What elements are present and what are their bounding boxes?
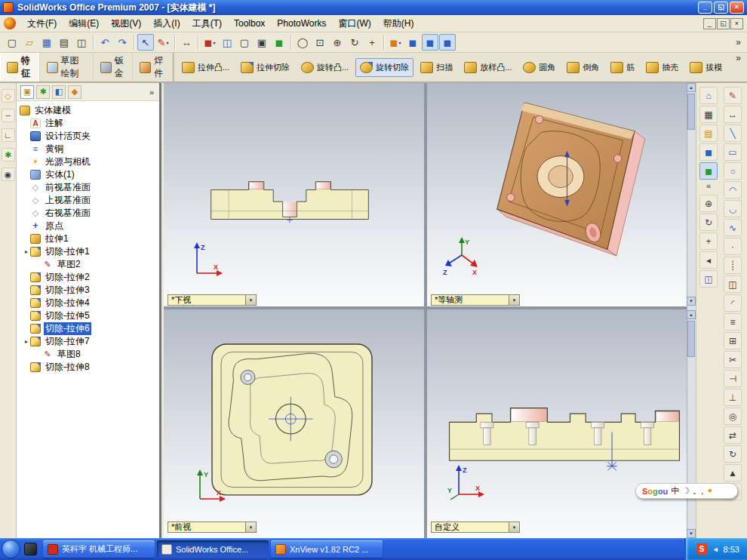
- tab-sheet-metal[interactable]: 钣金: [94, 53, 134, 82]
- print-preview-button[interactable]: ◫: [73, 34, 90, 51]
- model-section-bottom[interactable]: [208, 168, 372, 224]
- fillet-button[interactable]: 圆角: [518, 58, 560, 77]
- taskbar-item-solidworks[interactable]: SolidWorks Office...: [157, 540, 269, 558]
- tree-item-sketch2[interactable]: ✎草图2: [18, 258, 159, 271]
- tree-item-cut-extrude5[interactable]: 切除-拉伸5: [18, 309, 159, 322]
- panel-overflow-chevron[interactable]: »: [148, 88, 155, 97]
- tangent-arc-button[interactable]: ◡: [724, 200, 742, 217]
- hidden-lines-button[interactable]: ▣: [254, 34, 270, 51]
- section-button[interactable]: ◫: [699, 270, 718, 288]
- rotate-view-button[interactable]: ↻: [346, 34, 363, 51]
- toolbar-overflow-chevron[interactable]: »: [730, 37, 747, 48]
- tree-item-cut-extrude2[interactable]: 切除-拉伸2: [18, 271, 159, 284]
- minimize-button[interactable]: _: [698, 2, 712, 14]
- point-button[interactable]: ·: [724, 238, 742, 255]
- tree-item-cut-extrude8[interactable]: 切除-拉伸8: [18, 361, 159, 374]
- sweep-button[interactable]: 扫描: [416, 58, 457, 77]
- move-entities-button[interactable]: ⇄: [724, 426, 742, 444]
- tree-item-cut-extrude6[interactable]: 切除-拉伸6: [18, 322, 159, 335]
- vertical-splitter[interactable]: [424, 83, 427, 538]
- tab-weldments[interactable]: 焊件: [133, 53, 173, 82]
- chamfer-button[interactable]: 倒角: [562, 58, 604, 77]
- mirror-button[interactable]: ◫: [724, 275, 742, 293]
- tree-item-design-binder[interactable]: 设计活页夹: [18, 130, 159, 143]
- print-button[interactable]: ▤: [56, 34, 72, 51]
- scale-entities-button[interactable]: ▲: [724, 464, 742, 482]
- draft-button[interactable]: 拔模: [685, 58, 727, 77]
- tree-item-cut-extrude3[interactable]: 切除-拉伸3: [18, 284, 159, 297]
- tree-item-top-plane[interactable]: ◇上视基准面: [18, 194, 159, 207]
- zoom-fit-button[interactable]: ◯: [294, 34, 311, 51]
- viewport-custom-view[interactable]: Z X Y 自定义 ▼: [427, 309, 687, 538]
- view-orientation-combo[interactable]: *等轴测 ▼: [431, 294, 520, 306]
- tree-item-lights[interactable]: ☀光源与相机: [18, 155, 159, 168]
- volume-icon[interactable]: ◄: [712, 546, 719, 553]
- rotate-entities-button[interactable]: ↻: [724, 445, 742, 463]
- loft-button[interactable]: 放样凸...: [460, 58, 516, 77]
- reference-axis-icon[interactable]: ┄: [2, 109, 15, 122]
- section-view-button[interactable]: ◫: [219, 34, 235, 51]
- chevron-down-icon[interactable]: ▼: [245, 295, 256, 305]
- circle-button[interactable]: ○: [724, 162, 742, 180]
- tree-item-root[interactable]: 实体建模: [18, 104, 159, 117]
- tree-item-annotations[interactable]: A注解: [18, 117, 159, 130]
- tree-item-origin[interactable]: +原点: [18, 220, 159, 232]
- open-button[interactable]: ▱: [21, 34, 38, 51]
- scroll-up-button[interactable]: ▲: [687, 83, 696, 92]
- tab-sketch[interactable]: 草图绘制: [40, 53, 94, 82]
- configurationmanager-tab[interactable]: ◧: [52, 85, 66, 99]
- four-view-button[interactable]: ▦: [699, 106, 718, 123]
- new-button[interactable]: ▢: [4, 34, 20, 51]
- offset-button[interactable]: ≡: [724, 313, 742, 331]
- menu-window[interactable]: 窗口(W): [333, 15, 377, 32]
- extruded-boss-button[interactable]: 拉伸凸...: [177, 58, 234, 77]
- display-mode-button[interactable]: ◼: [404, 34, 421, 51]
- doc-minimize-button[interactable]: _: [703, 18, 716, 29]
- undo-button[interactable]: ↶: [97, 34, 113, 51]
- viewport-front-view[interactable]: Y X *前视 ▼: [164, 309, 424, 538]
- tree-item-material[interactable]: ≡黄铜: [18, 143, 159, 155]
- reference-plane-icon[interactable]: ◇: [2, 89, 15, 103]
- view-orientation-button[interactable]: ◼▾: [201, 34, 218, 51]
- restore-button[interactable]: ◱: [714, 2, 728, 14]
- shell-button[interactable]: 抽壳: [641, 58, 683, 77]
- fillet-button[interactable]: ◜: [724, 294, 742, 312]
- extend-button[interactable]: ⊣: [724, 370, 742, 387]
- model-front-view[interactable]: [208, 340, 377, 500]
- fullwidth-toggle-icon[interactable]: ☽: [682, 486, 690, 496]
- chevron-down-icon[interactable]: ▼: [509, 522, 519, 532]
- rotate-button[interactable]: ↻: [699, 214, 718, 231]
- sogou-tray-icon[interactable]: S: [696, 543, 708, 555]
- sketch-button[interactable]: ✎▾: [155, 34, 171, 51]
- menu-view[interactable]: 视图(V): [105, 15, 147, 32]
- view-home-button[interactable]: ⌂: [699, 87, 718, 104]
- expander-icon[interactable]: ▸: [23, 248, 30, 255]
- smart-dimension-button[interactable]: ↔: [724, 106, 742, 123]
- previous-view-button[interactable]: ◂: [699, 251, 718, 269]
- scroll-down-button[interactable]: ▼: [687, 297, 696, 306]
- chevron-down-icon[interactable]: ▼: [245, 522, 256, 532]
- zoom-in-out-button[interactable]: ⊕: [329, 34, 346, 51]
- line-button[interactable]: ╲: [724, 125, 742, 142]
- tree-item-cut-extrude1[interactable]: ▸切除-拉伸1: [18, 245, 159, 258]
- toolbox-b-button[interactable]: ◼: [439, 34, 456, 51]
- trim-button[interactable]: ✂: [724, 351, 742, 368]
- rectangle-button[interactable]: ▭: [724, 143, 742, 161]
- ime-settings-icon[interactable]: ✦: [706, 486, 713, 496]
- menu-photoworks[interactable]: PhotoWorks: [271, 16, 332, 31]
- taskbar-item-yingkeyu[interactable]: 英科宇 机械工程师...: [43, 540, 155, 558]
- start-button[interactable]: [2, 540, 20, 558]
- doc-close-button[interactable]: ×: [730, 18, 743, 29]
- viewport-isometric[interactable]: Y X Z *等轴测 ▼: [427, 83, 687, 306]
- scroll-down-button[interactable]: ▼: [687, 529, 696, 538]
- command-manager-overflow-chevron[interactable]: »: [730, 53, 747, 82]
- spline-button[interactable]: ∿: [724, 219, 742, 236]
- display-relations-button[interactable]: ◎: [724, 408, 742, 425]
- scrollbar-thumb[interactable]: [687, 94, 695, 130]
- view-cube-button[interactable]: ◼: [699, 143, 718, 161]
- chevron-down-icon[interactable]: ▼: [509, 295, 519, 305]
- drawing-sheet-button[interactable]: ▤: [699, 125, 718, 142]
- taskbar-item-xnview[interactable]: XnView v1.82 RC2 ...: [271, 540, 383, 558]
- menu-edit[interactable]: 编辑(E): [63, 15, 105, 32]
- revolved-boss-button[interactable]: 旋转凸...: [297, 58, 353, 77]
